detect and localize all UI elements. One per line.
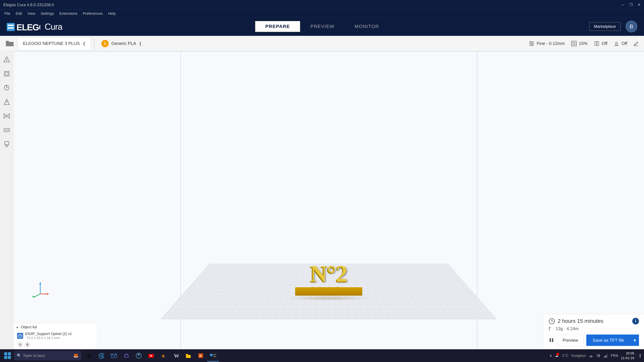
restore-button[interactable]: ❐ (629, 3, 632, 7)
svg-point-68 (138, 354, 140, 356)
object-duplicate-button[interactable]: ⧉ (17, 342, 23, 348)
object-actions: ⧉ 🗑 (16, 342, 95, 348)
infill-setting[interactable]: 15% (571, 40, 588, 46)
language-label[interactable]: FRA (611, 354, 618, 358)
taskbar-app-task-view[interactable]: ⧉ (83, 350, 95, 362)
printer-name-tab[interactable]: ELEGOO NEPTUNE 3 PLUS ❮ (18, 37, 91, 50)
tool-extruder[interactable] (2, 139, 12, 149)
svg-rect-75 (210, 354, 212, 356)
marketplace-button[interactable]: Marketplace (589, 22, 620, 31)
svg-rect-27 (4, 71, 9, 76)
object-list-header[interactable]: ▲ Object list (16, 325, 95, 329)
tool-scale[interactable] (2, 97, 12, 107)
supports-setting[interactable]: Off (594, 40, 608, 46)
material-usage: 13g · 4.24m (556, 326, 578, 331)
taskbar-app-steam[interactable] (133, 350, 144, 362)
profile-setting[interactable]: Fine - 0.12mm (528, 40, 565, 46)
network-status-icon[interactable] (604, 353, 608, 358)
preview-button[interactable]: Preview (557, 335, 584, 346)
svg-text:a: a (162, 353, 164, 358)
menu-edit[interactable]: Edit (13, 10, 25, 17)
svg-rect-1 (8, 25, 14, 26)
model-logo-text: N°2 (310, 263, 348, 284)
save-dropdown-button[interactable]: ▾ (630, 335, 639, 346)
taskbar-app-youtube[interactable] (145, 350, 157, 362)
taskbar-app-store[interactable] (120, 350, 132, 362)
svg-rect-80 (604, 356, 605, 358)
logo-cura: Cura (44, 22, 62, 31)
adhesion-label: Off (622, 41, 627, 46)
taskbar: 🔍 Taper ici pour 🦊 ⧉ a W P (0, 349, 644, 362)
material-name: Generic PLA (111, 41, 136, 46)
cortana-icon: 🦊 (73, 353, 78, 358)
svg-marker-79 (597, 354, 599, 357)
volume-icon[interactable] (596, 353, 601, 358)
menu-settings[interactable]: Settings (38, 10, 57, 17)
menu-file[interactable]: File (2, 10, 13, 17)
material-chevron-left-icon: ❮ (139, 41, 142, 46)
system-clock: 20:05 11-01-24 (621, 351, 634, 360)
clock-icon (548, 318, 555, 325)
tool-select[interactable] (2, 69, 12, 79)
adhesion-setting[interactable]: Off (614, 40, 627, 46)
start-button[interactable] (2, 350, 14, 362)
tray-cloud[interactable]: ☁ (555, 354, 558, 358)
object-delete-button[interactable]: 🗑 (24, 342, 30, 348)
supports-icon (594, 40, 600, 46)
separator (94, 38, 94, 49)
taskbar-app-powerpoint[interactable]: P (195, 350, 206, 362)
menu-extensions[interactable]: Extensions (57, 10, 80, 17)
material-row: 13g · 4.24m (548, 326, 639, 332)
tool-rotate[interactable] (2, 83, 12, 93)
menu-view[interactable]: View (25, 10, 38, 17)
svg-point-9 (531, 44, 532, 46)
minimize-button[interactable]: ─ (622, 3, 624, 7)
printer-chevron-icon: ❮ (83, 41, 86, 46)
svg-rect-82 (607, 354, 608, 358)
material-tab[interactable]: 1 Generic PLA ❮ (98, 40, 528, 47)
object-icon (17, 333, 23, 339)
tool-layers[interactable] (2, 125, 12, 135)
folder-button[interactable] (3, 37, 16, 50)
pause-button[interactable] (548, 337, 554, 343)
taskbar-app-mail[interactable] (108, 350, 120, 362)
info-button[interactable]: i (632, 318, 639, 325)
tab-monitor[interactable]: MONITOR (344, 21, 389, 32)
tab-preview[interactable]: PREVIEW (300, 21, 344, 32)
svg-point-8 (532, 43, 533, 44)
menu-help[interactable]: Help (105, 10, 118, 17)
svg-rect-76 (213, 354, 216, 355)
infill-label: 15% (579, 41, 588, 46)
svg-text:P: P (200, 354, 202, 358)
search-placeholder: Taper ici pour (23, 354, 45, 358)
tool-mirror[interactable] (2, 111, 12, 121)
save-tft-button[interactable]: Save as TFT file (586, 335, 630, 346)
object-item[interactable]: EN3P_Support Opinel (2) v1 73.0 x 20.3 x… (16, 331, 95, 341)
svg-rect-0 (7, 23, 15, 31)
menubar: File Edit View Settings Extensions Prefe… (0, 10, 644, 17)
taskbar-app-files[interactable] (182, 350, 194, 362)
close-button[interactable]: ✕ (638, 3, 641, 7)
taskbar-app-edge[interactable] (96, 350, 107, 362)
user-avatar[interactable]: B (626, 21, 637, 32)
left-toolbar (0, 51, 14, 349)
viewport[interactable]: N°2 OPINEL ▲ Object list (14, 51, 644, 349)
search-bar[interactable]: 🔍 Taper ici pour 🦊 (14, 351, 81, 360)
taskbar-app-cura[interactable] (207, 350, 219, 362)
bottom-right-panel: 2 hours 15 minutes i 13g · 4.24m (544, 314, 644, 349)
tool-open-file[interactable] (2, 55, 12, 65)
taskbar-app-wikipedia[interactable]: W (170, 350, 182, 362)
tray-up-arrow[interactable]: ∧ (550, 354, 552, 358)
taskbar-app-amazon[interactable]: a (158, 350, 170, 362)
filament-icon (548, 326, 554, 332)
svg-rect-28 (5, 72, 8, 75)
show-desktop-button[interactable]: ▐ (637, 354, 641, 358)
svg-point-7 (530, 41, 531, 42)
infill-icon (571, 40, 577, 46)
network-icon[interactable] (589, 353, 593, 358)
svg-marker-34 (4, 114, 6, 118)
svg-point-78 (591, 357, 591, 358)
edit-settings-button[interactable] (633, 40, 639, 46)
tab-prepare[interactable]: PREPARE (255, 21, 300, 32)
menu-preferences[interactable]: Preferences (80, 10, 106, 17)
